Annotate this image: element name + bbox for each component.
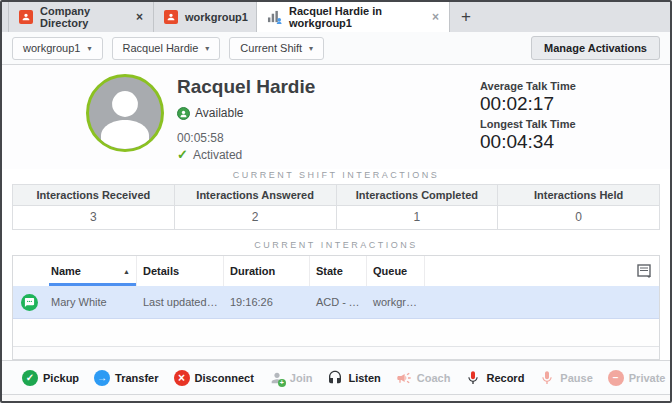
tab-racquel-hardie[interactable]: Racquel Hardie in workgroup1 × — [257, 2, 450, 32]
listen-headset-icon — [327, 370, 343, 386]
pause-mic-icon — [539, 370, 555, 386]
horizontal-scrollbar[interactable] — [13, 346, 659, 359]
cell-details: Last updated by the Syste — [137, 296, 224, 308]
icon-column-header — [13, 256, 45, 286]
agent-stats-icon — [267, 10, 282, 24]
shift-stats-header-row: Interactions Received Interactions Answe… — [13, 185, 659, 206]
tab-strip: Company Directory × workgroup1 × — [2, 2, 670, 32]
plus-icon: + — [278, 379, 286, 387]
activation-row: ✓ Activated — [177, 147, 242, 162]
header-filler — [425, 256, 625, 286]
contact-card-icon — [164, 10, 178, 24]
chat-icon — [21, 294, 38, 311]
stat-value: 0 — [498, 206, 659, 229]
column-settings-icon[interactable] — [637, 264, 653, 278]
join-person-plus-icon: + — [269, 370, 285, 386]
agent-dropdown[interactable]: Racquel Hardie ▾ — [112, 37, 221, 60]
disconnect-button[interactable]: × Disconnect — [174, 370, 254, 386]
transfer-button[interactable]: → Transfer — [94, 370, 158, 386]
app-window: Company Directory × workgroup1 × — [0, 0, 672, 403]
chevron-down-icon: ▾ — [205, 44, 209, 53]
bottom-strip — [2, 395, 670, 401]
stat-value: 1 — [337, 206, 499, 229]
workgroup-dropdown[interactable]: workgroup1 ▾ — [12, 37, 103, 60]
coach-megaphone-icon — [396, 370, 412, 386]
avatar — [86, 74, 164, 152]
check-icon: ✓ — [177, 147, 188, 162]
column-header: Interactions Received — [13, 185, 175, 205]
tab-label: Racquel Hardie in workgroup1 — [289, 5, 421, 29]
sort-ascending-icon: ▲ — [123, 268, 130, 275]
column-header-name[interactable]: Name ▲ — [45, 256, 137, 286]
agent-profile: Racquel Hardie Available 00:05:58 ✓ Acti… — [2, 65, 670, 169]
column-header-details[interactable]: Details — [137, 256, 224, 286]
interaction-toolbar: ✓ Pickup → Transfer × Disconnect + Join … — [2, 360, 670, 395]
disconnect-x-icon: × — [174, 370, 190, 386]
avg-talk-time-label: Average Talk Time — [480, 80, 576, 92]
tab-workgroup1[interactable]: workgroup1 × — [154, 2, 257, 32]
coach-button: Coach — [396, 370, 451, 386]
tab-company-directory[interactable]: Company Directory × — [8, 2, 154, 32]
stat-value: 2 — [175, 206, 337, 229]
avg-talk-time-value: 00:02:17 — [480, 93, 576, 115]
dropdown-label: Racquel Hardie — [123, 42, 199, 54]
agent-name: Racquel Hardie — [177, 76, 315, 98]
listen-button[interactable]: Listen — [327, 370, 380, 386]
record-button[interactable]: Record — [465, 370, 524, 386]
filter-bar: workgroup1 ▾ Racquel Hardie ▾ Current Sh… — [2, 32, 670, 65]
tab-label: workgroup1 — [185, 11, 248, 23]
column-header: Interactions Held — [498, 185, 659, 205]
chevron-down-icon: ▾ — [87, 44, 91, 53]
column-header: Interactions Answered — [175, 185, 337, 205]
agent-status-row: Available — [177, 106, 243, 120]
shift-stats-value-row: 3 2 1 0 — [13, 206, 659, 229]
stat-value: 3 — [13, 206, 175, 229]
status-timer: 00:05:58 — [177, 131, 224, 145]
private-button: − Private — [608, 370, 666, 386]
cell-name: Mary White — [45, 296, 137, 308]
pickup-check-icon: ✓ — [22, 370, 38, 386]
close-icon[interactable]: × — [432, 11, 439, 23]
join-button: + Join — [269, 370, 313, 386]
interactions-table: Name ▲ Details Duration State Queue — [12, 255, 660, 360]
current-shift-interactions-title: CURRENT SHIFT INTERACTIONS — [2, 170, 670, 183]
chevron-down-icon: ▾ — [309, 44, 313, 53]
status-label: Available — [195, 106, 243, 120]
column-header-queue[interactable]: Queue — [367, 256, 425, 286]
current-interactions-title: CURRENT INTERACTIONS — [2, 240, 670, 253]
cell-queue: workgroup1 — [367, 296, 425, 308]
interactions-table-body — [13, 319, 659, 346]
cell-duration: 19:16:26 — [224, 296, 310, 308]
interaction-row-mary-white[interactable]: Mary White Last updated by the Syste 19:… — [13, 286, 659, 319]
interactions-header-row: Name ▲ Details Duration State Queue — [13, 256, 659, 286]
contact-card-icon — [19, 10, 33, 24]
column-header: Interactions Completed — [337, 185, 499, 205]
cell-state: ACD - Assign... — [310, 296, 367, 308]
column-header-state[interactable]: State — [310, 256, 367, 286]
longest-talk-time-label: Longest Talk Time — [480, 118, 576, 130]
dropdown-label: workgroup1 — [23, 42, 80, 54]
transfer-arrow-icon: → — [94, 370, 110, 386]
activation-label: Activated — [193, 148, 242, 162]
column-header-duration[interactable]: Duration — [224, 256, 310, 286]
record-mic-icon — [465, 370, 481, 386]
pickup-button[interactable]: ✓ Pickup — [22, 370, 79, 386]
dropdown-label: Current Shift — [240, 42, 302, 54]
shift-dropdown[interactable]: Current Shift ▾ — [229, 37, 324, 60]
private-minus-icon: − — [608, 370, 624, 386]
close-icon[interactable]: × — [136, 11, 143, 23]
tab-label: Company Directory — [40, 5, 125, 29]
manage-activations-button[interactable]: Manage Activations — [531, 36, 660, 60]
talk-time-stats: Average Talk Time 00:02:17 Longest Talk … — [480, 77, 576, 155]
available-status-icon — [177, 107, 190, 120]
shift-stats-table: Interactions Received Interactions Answe… — [12, 184, 660, 230]
longest-talk-time-value: 00:04:34 — [480, 131, 576, 153]
pause-button: Pause — [539, 370, 592, 386]
new-tab-button[interactable]: + — [450, 2, 482, 32]
